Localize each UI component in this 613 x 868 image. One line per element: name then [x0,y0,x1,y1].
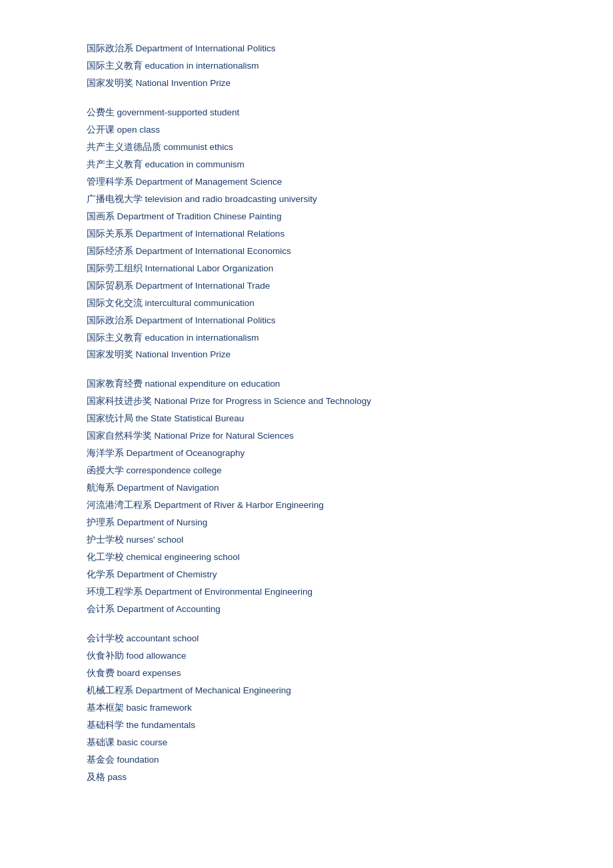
list-item: 护士学校 nurses' school [87,531,526,549]
chinese-term: 伙食补助 [87,651,124,661]
chinese-term: 公开课 [87,125,115,135]
list-item: 国家发明奖 National Invention Prize [87,75,526,92]
chinese-term: 国际劳工组织 [87,263,143,273]
list-item: 护理系 Department of Nursing [87,514,526,531]
english-translation: intercultural communication [145,298,255,308]
list-item: 会计系 Department of Accounting [87,601,526,618]
chinese-term: 国际政治系 [87,315,133,325]
list-item: 国家科技进步奖 National Prize for Progress in S… [87,393,526,410]
list-item: 国家教育经费 national expenditure on education [87,375,526,393]
chinese-term: 公费生 [87,107,115,117]
list-item: 海洋学系 Department of Oceanography [87,445,526,462]
list-item: 函授大学 correspondence college [87,462,526,479]
english-translation: education in communism [145,159,245,169]
english-translation: Department of Oceanography [127,448,245,458]
list-item: 公费生 government-supported student [87,104,526,121]
chinese-term: 会计学校 [87,633,124,643]
chinese-term: 化学系 [87,569,115,579]
english-translation: National Invention Prize [136,349,231,359]
chinese-term: 国家发明奖 [87,349,133,359]
chinese-term: 国际文化交流 [87,298,143,308]
english-translation: Department of International Relations [136,229,285,239]
english-translation: chemical engineering school [127,552,240,562]
english-translation: Department of Accounting [117,604,221,614]
chinese-term: 国际关系系 [87,229,133,239]
chinese-term: 及格 [87,772,105,782]
section-section1: 国际政治系 Department of International Politi… [87,40,526,92]
list-item: 国际政治系 Department of International Politi… [87,40,526,57]
english-translation: board expenses [117,668,181,678]
list-item: 化学系 Department of Chemistry [87,566,526,583]
english-translation: Department of River & Harbor Engineering [155,500,324,510]
list-item: 航海系 Department of Navigation [87,479,526,497]
chinese-term: 基金会 [87,755,115,765]
list-item: 会计学校 accountant school [87,630,526,647]
list-item: 国际主义教育 education in internationalism [87,57,526,75]
english-translation: nurses' school [127,535,184,545]
chinese-term: 国际经济系 [87,246,133,256]
english-translation: the fundamentals [127,720,196,730]
list-item: 化工学校 chemical engineering school [87,549,526,566]
english-translation: Department of Chemistry [117,569,217,579]
list-item: 广播电视大学 television and radio broadcasting… [87,191,526,208]
english-translation: education in internationalism [145,61,259,71]
list-item: 国际经济系 Department of International Econom… [87,243,526,260]
english-translation: Department of International Politics [136,43,276,53]
list-item: 基本框架 basic framework [87,699,526,717]
section-section2: 公费生 government-supported student公开课 open… [87,104,526,364]
chinese-term: 河流港湾工程系 [87,500,152,510]
chinese-term: 海洋学系 [87,448,124,458]
list-item: 基础课 basic course [87,734,526,751]
list-item: 环境工程学系 Department of Environmental Engin… [87,583,526,601]
list-item: 机械工程系 Department of Mechanical Engineeri… [87,682,526,699]
english-translation: government-supported student [117,107,240,117]
english-translation: National Invention Prize [136,78,231,88]
main-content: 国际政治系 Department of International Politi… [87,40,526,786]
english-translation: communist ethics [164,142,233,152]
list-item: 伙食费 board expenses [87,665,526,682]
english-translation: Department of Tradition Chinese Painting [117,211,282,221]
list-item: 国际贸易系 Department of International Trade [87,277,526,295]
list-item: 国家自然科学奖 National Prize for Natural Scien… [87,427,526,445]
english-translation: Department of Management Science [136,177,283,187]
list-item: 国家统计局 the State Statistical Bureau [87,410,526,427]
list-item: 管理科学系 Department of Management Science [87,173,526,191]
list-item: 国际主义教育 education in internationalism [87,329,526,347]
chinese-term: 国画系 [87,211,115,221]
section-section3: 国家教育经费 national expenditure on education… [87,375,526,618]
english-translation: Department of Mechanical Engineering [136,685,291,695]
list-item: 国际关系系 Department of International Relati… [87,225,526,243]
chinese-term: 函授大学 [87,465,124,475]
chinese-term: 国际政治系 [87,43,133,53]
english-translation: National Prize for Natural Sciences [155,431,294,441]
english-translation: Department of International Economics [136,246,291,256]
english-translation: food allowance [127,651,187,661]
english-translation: basic framework [127,703,192,713]
chinese-term: 基础科学 [87,720,124,730]
list-item: 及格 pass [87,769,526,786]
list-item: 共产主义教育 education in communism [87,156,526,173]
english-translation: open class [117,125,161,135]
english-translation: Department of Nursing [117,517,208,527]
chinese-term: 护士学校 [87,535,124,545]
list-item: 国际政治系 Department of International Politi… [87,312,526,329]
chinese-term: 国际贸易系 [87,281,133,291]
section-section4: 会计学校 accountant school伙食补助 food allowanc… [87,630,526,786]
list-item: 国家发明奖 National Invention Prize [87,346,526,363]
list-item: 国画系 Department of Tradition Chinese Pain… [87,208,526,225]
english-translation: television and radio broadcasting univer… [145,194,317,204]
list-item: 共产主义道德品质 communist ethics [87,139,526,156]
chinese-term: 国际主义教育 [87,61,143,71]
chinese-term: 基本框架 [87,703,124,713]
chinese-term: 国际主义教育 [87,333,143,343]
chinese-term: 航海系 [87,483,115,493]
english-translation: pass [108,772,127,782]
chinese-term: 环境工程学系 [87,587,143,597]
chinese-term: 基础课 [87,737,115,747]
list-item: 伙食补助 food allowance [87,647,526,665]
english-translation: foundation [117,755,159,765]
chinese-term: 国家统计局 [87,413,133,423]
chinese-term: 管理科学系 [87,177,133,187]
chinese-term: 护理系 [87,517,115,527]
chinese-term: 会计系 [87,604,115,614]
